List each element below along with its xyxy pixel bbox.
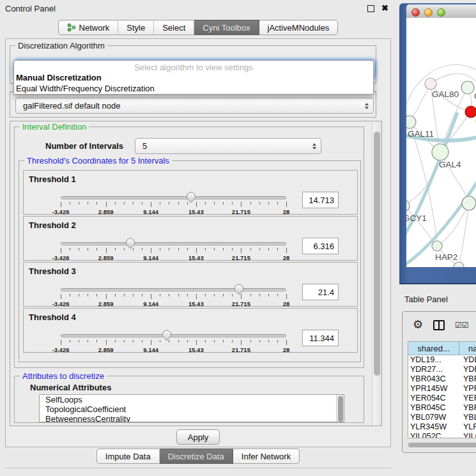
table-row[interactable]: YER054C YER0 [408, 394, 476, 403]
slider-thumb[interactable] [234, 284, 243, 295]
slider-ticks [61, 294, 286, 300]
threshold-panel: Threshold 1 -3.4262.8599.14415.4321.7152… [23, 170, 358, 215]
tab[interactable]: Network [58, 20, 119, 35]
attribute-list-item[interactable]: SelfLoops [40, 395, 344, 404]
discretization-algorithm-group: Discretization Algorithm Select algorith… [10, 45, 376, 84]
slider-thumb[interactable] [126, 238, 135, 249]
table-row[interactable]: YBL079W YBL0 [408, 413, 476, 422]
minimize-traffic-light-icon[interactable] [424, 8, 433, 17]
node-label: GCY1 [406, 213, 427, 223]
attribute-list-item[interactable]: TopologicalCoefficient [40, 404, 344, 414]
node-hap2 [432, 241, 442, 251]
table-panel-title: Table Panel [396, 295, 448, 304]
slider-ticks [61, 340, 286, 346]
tab[interactable]: Select [154, 20, 194, 35]
combo-arrows-icon [312, 143, 316, 150]
node-gal4 [432, 144, 449, 160]
number-of-intervals-value: 5 [142, 141, 147, 151]
tab[interactable]: jActiveMNodules [259, 20, 339, 35]
attributes-group: Attributes to discretize Numerical Attri… [14, 376, 364, 423]
table-row[interactable]: YDL19... YDL1 [408, 355, 476, 365]
threshold-panel: Threshold 4 -3.4262.8599.14415.4321.7152… [23, 308, 358, 353]
node-h [462, 196, 476, 210]
number-of-intervals-combobox[interactable]: 5 [135, 138, 321, 154]
control-panel: Control Panel ✖ Network [0, 0, 396, 476]
attributes-group-label: Attributes to discretize [20, 371, 107, 381]
table-row[interactable]: YBR043C YBR0 [408, 374, 476, 384]
table-panel-titlebar: Table Panel [396, 291, 476, 307]
numerical-attributes-list: SelfLoops TopologicalCoefficient Between… [39, 394, 344, 422]
node-partial-bottom [454, 262, 464, 267]
threshold-value-field[interactable]: 11.344 [302, 330, 339, 346]
node-label: GAL4 [439, 160, 461, 169]
tab-label: jActiveMNodules [268, 23, 330, 33]
node-label: GAL80 [432, 89, 459, 99]
select-columns-icon[interactable]: ☑☑ [455, 321, 469, 330]
column-header-name[interactable]: na [459, 342, 476, 355]
tab-label: Select [162, 23, 185, 33]
table-row[interactable]: YLR345W YLR3 [408, 422, 476, 432]
table-toolbar: ⚙ ☑☑ [403, 316, 476, 336]
threshold-slider: -3.4262.8599.14415.4321.71528 [61, 263, 286, 306]
close-traffic-light-icon[interactable] [411, 8, 420, 17]
table-data-combobox[interactable]: galFiltered.sif default node [15, 98, 374, 114]
discretization-algorithm-label: Discretization Algorithm [15, 41, 107, 50]
threshold-panel: Threshold 2 -3.4262.8599.14415.4321.7152… [23, 216, 358, 261]
table-row[interactable]: YPR145W YPR1 [408, 384, 476, 394]
table-data-value: galFiltered.sif default node [23, 101, 120, 111]
node-pink [425, 78, 436, 89]
gear-icon[interactable]: ⚙ [413, 318, 423, 331]
thresholds-group: Threshold's Coordinates for 5 Intervals … [19, 160, 361, 362]
tab[interactable]: Cyni Toolbox [194, 20, 259, 35]
column-view-icon[interactable] [433, 320, 445, 330]
threshold-value-field[interactable]: 6.316 [302, 238, 339, 254]
threshold-value-field[interactable]: 14.713 [302, 192, 339, 208]
slider-thumb[interactable] [162, 330, 171, 341]
node-label: HAP2 [435, 252, 457, 262]
bottom-tab-label: Impute Data [105, 452, 151, 461]
table-row[interactable]: YDR27... YDR2 [408, 365, 476, 374]
apply-button[interactable]: Apply [176, 429, 220, 445]
combo-arrows-icon [365, 103, 369, 109]
table-row[interactable]: YIL052C YIL0 [408, 432, 476, 438]
slider-track[interactable] [61, 334, 286, 337]
node-table: shared... na YDL19... YDL1 YDR27... YDR2… [408, 341, 476, 438]
slider-tick-labels: -3.4262.8599.14415.4321.71528 [61, 346, 286, 354]
bottom-tab[interactable]: Infer Network [233, 449, 300, 464]
bottom-tab[interactable]: Discretize Data [160, 449, 233, 464]
slider-track[interactable] [61, 288, 286, 291]
interval-definition-group: Interval Definition Number of Intervals … [14, 127, 364, 368]
table-row[interactable]: YBR045C YBR0 [408, 403, 476, 413]
slider-ticks [61, 202, 286, 208]
settings-vertical-scrollbar[interactable] [372, 121, 381, 426]
network-view-window: GAL80 GA C GAL11 GAL4 GCY1 H HAP2 [399, 3, 476, 284]
tabbedpane-border [5, 468, 391, 468]
right-region: GAL80 GA C GAL11 GAL4 GCY1 H HAP2 Table … [396, 0, 476, 476]
zoom-traffic-light-icon[interactable] [437, 8, 445, 17]
float-window-icon[interactable] [367, 5, 374, 12]
attributes-list-scrollbar[interactable] [336, 395, 344, 422]
threshold-slider: -3.4262.8599.14415.4321.71528 [61, 217, 286, 260]
slider-tick-labels: -3.4262.8599.14415.4321.71528 [61, 208, 286, 216]
tab-label: Style [127, 23, 145, 33]
network-canvas[interactable]: GAL80 GA C GAL11 GAL4 GCY1 H HAP2 [406, 18, 476, 267]
attribute-list-item[interactable]: BetweennessCentrality [40, 414, 344, 422]
slider-track[interactable] [61, 196, 286, 199]
panel-title: Control Panel [0, 4, 56, 13]
table-horizontal-scrollbar[interactable] [408, 442, 476, 448]
thresholds-group-label: Threshold's Coordinates for 5 Intervals [24, 156, 172, 165]
algorithm-option-manual[interactable]: Manual Discretization [16, 73, 102, 82]
close-icon[interactable]: ✖ [381, 3, 388, 13]
slider-tick-labels: -3.4262.8599.14415.4321.71528 [61, 300, 286, 308]
bottom-tab[interactable]: Impute Data [96, 449, 160, 464]
slider-track[interactable] [61, 242, 286, 245]
table-panel-window: ⚙ ☑☑ shared... na YDL19... YDL1 YDR27...… [402, 311, 476, 453]
algorithm-option-equal-width[interactable]: Equal Width/Frequency Discretization [16, 84, 155, 93]
threshold-value-field[interactable]: 21.4 [302, 284, 339, 300]
network-icon [67, 23, 76, 32]
slider-thumb[interactable] [186, 192, 196, 203]
tab[interactable]: Style [118, 20, 154, 35]
number-of-intervals-label: Number of Intervals [45, 141, 123, 151]
column-header-shared[interactable]: shared... [408, 342, 459, 355]
algorithm-placeholder: Select algorithm to view settings [14, 63, 373, 72]
